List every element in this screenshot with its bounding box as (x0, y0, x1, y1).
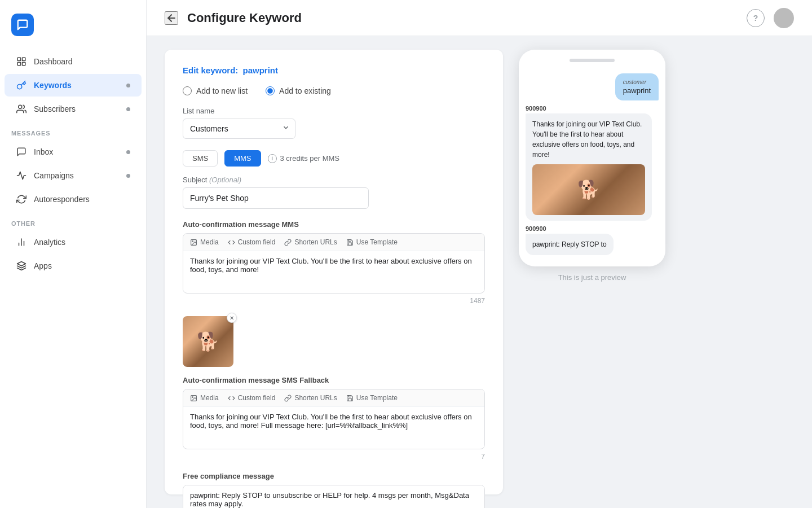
svg-rect-1 (23, 58, 25, 60)
compliance-textarea[interactable]: pawprint: Reply STOP to unsubscribe or H… (183, 485, 484, 508)
svg-rect-0 (17, 58, 20, 60)
messages-section-label: Messages (0, 121, 146, 140)
logo-container (0, 9, 146, 50)
sidebar-item-label: Dashboard (34, 57, 73, 66)
nav-dot (126, 107, 130, 111)
use-template-btn[interactable]: Use Template (346, 238, 398, 246)
nav-dot (126, 174, 130, 178)
app-logo[interactable] (11, 14, 34, 36)
second-message-text: pawprint: Reply STOP to (532, 239, 607, 249)
edit-keyword-label: Edit keyword: pawprint (183, 65, 485, 75)
custom-field-btn[interactable]: Custom field (228, 238, 276, 246)
svg-rect-2 (17, 63, 20, 65)
page-title: Configure Keyword (187, 11, 302, 25)
other-section-label: Other (0, 211, 146, 230)
info-icon: i (268, 154, 277, 163)
second-sender-id: 900900 (526, 225, 614, 232)
back-button[interactable] (165, 11, 178, 25)
content-area: Edit keyword: pawprint Add to new list A… (147, 36, 812, 508)
list-name-select[interactable]: Customers Subscribers VIP Members (183, 119, 295, 139)
image-close-button[interactable]: ✕ (227, 313, 237, 323)
subject-optional: (Optional) (209, 176, 241, 184)
sms-tab[interactable]: SMS (183, 150, 218, 167)
mms-message-box: Media Custom field Shorten URLs Use (183, 233, 485, 294)
subject-label: Subject (Optional) (183, 176, 485, 184)
subject-group: Subject (Optional) (183, 176, 485, 209)
list-name-select-wrapper: Customers Subscribers VIP Members (183, 119, 295, 139)
sidebar-item-dashboard[interactable]: Dashboard (5, 50, 142, 73)
shorten-urls-btn[interactable]: Shorten URLs (284, 238, 337, 246)
compliance-section-label: Free compliance message (183, 472, 485, 480)
sidebar-item-apps[interactable]: Apps (5, 255, 142, 277)
radio-existing-label: Add to existing (279, 86, 331, 95)
key-icon (16, 80, 27, 91)
image-preview: 🐕 ✕ (183, 316, 233, 367)
sms-custom-field-btn[interactable]: Custom field (228, 394, 276, 402)
refresh-icon (16, 194, 27, 205)
sms-section-label: Auto-confirmation message SMS Fallback (183, 376, 485, 384)
sidebar-item-label: Apps (34, 261, 52, 270)
media-btn[interactable]: Media (190, 238, 219, 246)
grid-icon (16, 56, 27, 67)
mms-char-count: 1487 (183, 297, 485, 305)
sidebar-item-subscribers[interactable]: Subscribers (5, 98, 142, 120)
list-name-label: List name (183, 107, 485, 115)
sender-id: 900900 (526, 105, 652, 112)
sidebar-item-autoresponders[interactable]: Autoresponders (5, 188, 142, 211)
sidebar-item-label: Autoresponders (34, 195, 90, 204)
radio-new-list-label: Add to new list (196, 86, 248, 95)
svg-point-4 (19, 105, 22, 108)
compliance-section: Free compliance message pawprint: Reply … (183, 472, 485, 508)
phone-frame: customer pawprint 900900 Thanks for join… (519, 50, 665, 266)
mms-toolbar: Media Custom field Shorten URLs Use (183, 234, 484, 251)
sms-textarea[interactable]: Thanks for joining our VIP Text Club. Yo… (183, 407, 484, 446)
chat-bubble-container: customer pawprint 900900 Thanks for join… (526, 71, 659, 257)
subject-input[interactable] (183, 187, 369, 209)
main-wrapper: Configure Keyword ? Edit keyword: pawpri… (147, 0, 812, 508)
mms-message-group: Auto-confirmation message MMS Media Cust… (183, 220, 485, 305)
help-icon[interactable]: ? (747, 9, 765, 27)
second-response-message: 900900 pawprint: Reply STOP to (526, 225, 614, 255)
chat-icon (16, 146, 27, 157)
mms-textarea[interactable]: Thanks for joining our VIP Text Club. Yo… (183, 251, 484, 291)
sidebar-item-inbox[interactable]: Inbox (5, 141, 142, 163)
chart-icon (16, 237, 27, 248)
sidebar-item-label: Analytics (34, 238, 65, 247)
preview-label: This is just a preview (558, 273, 626, 282)
mms-tab[interactable]: MMS (224, 150, 261, 167)
response-message: 900900 Thanks for joining our VIP Text C… (526, 105, 652, 221)
second-response-bubble: pawprint: Reply STOP to (526, 234, 614, 255)
sms-media-btn[interactable]: Media (190, 394, 219, 402)
sidebar: Dashboard Keywords Subscribers Messages … (0, 0, 147, 508)
radio-new-list[interactable]: Add to new list (183, 86, 248, 95)
nav-dot (126, 150, 130, 154)
sidebar-item-label: Inbox (34, 147, 53, 156)
response-text: Thanks for joining our VIP Text Club. Yo… (532, 119, 645, 160)
compliance-message-box: pawprint: Reply STOP to unsubscribe or H… (183, 485, 485, 508)
sidebar-item-campaigns[interactable]: Campaigns (5, 164, 142, 187)
radio-existing-input[interactable] (266, 86, 275, 95)
svg-point-12 (192, 396, 193, 397)
radio-existing[interactable]: Add to existing (266, 86, 331, 95)
phone-preview-wrapper: customer pawprint 900900 Thanks for join… (519, 50, 665, 494)
sms-shorten-urls-btn[interactable]: Shorten URLs (284, 394, 337, 402)
radio-new-list-input[interactable] (183, 86, 192, 95)
sidebar-item-analytics[interactable]: Analytics (5, 231, 142, 253)
nav-dot (126, 84, 130, 87)
phone-notch (570, 59, 615, 62)
sms-char-count: 7 (183, 453, 485, 461)
users-icon (16, 103, 27, 115)
credits-info: i 3 credits per MMS (268, 154, 339, 163)
keyword-value: pawprint (243, 65, 279, 75)
dog-image-preview: 🐕 (532, 164, 645, 215)
customer-bubble: customer pawprint (615, 73, 659, 100)
dog-image: 🐕 (183, 316, 233, 367)
sidebar-item-label: Campaigns (34, 171, 74, 180)
sms-mms-row: SMS MMS i 3 credits per MMS (183, 150, 485, 167)
megaphone-icon (16, 170, 27, 181)
avatar[interactable] (774, 8, 794, 28)
sidebar-item-keywords[interactable]: Keywords (5, 74, 142, 97)
sms-use-template-btn[interactable]: Use Template (346, 394, 398, 402)
customer-message: pawprint (623, 86, 651, 95)
radio-group: Add to new list Add to existing (183, 86, 485, 95)
